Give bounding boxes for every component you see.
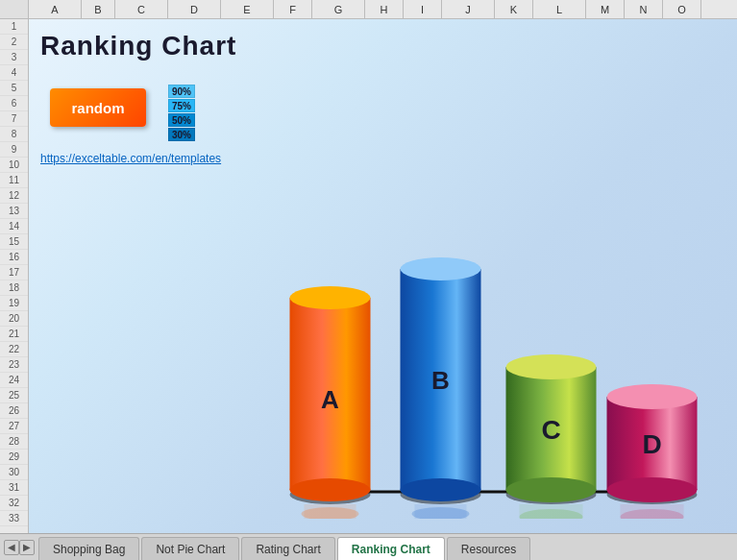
tab-resources[interactable]: Resources xyxy=(447,537,530,560)
col-I[interactable]: I xyxy=(404,0,442,18)
legend-label-30: 30% xyxy=(172,130,191,140)
col-K[interactable]: K xyxy=(495,0,533,18)
legend-item-75: 75% xyxy=(168,99,195,112)
row-10: 10 xyxy=(0,158,28,173)
col-B[interactable]: B xyxy=(82,0,115,18)
row-12: 12 xyxy=(0,188,28,204)
cylinder-chart: A B xyxy=(240,211,737,519)
tab-bar: ◀ ▶ Shopping Bag Not Pie Chart Rating Ch… xyxy=(0,533,737,560)
cyl-label-D: D xyxy=(642,429,661,459)
row-18: 18 xyxy=(0,280,28,296)
cyl-reflect-body-B xyxy=(415,504,467,519)
row-23: 23 xyxy=(0,357,28,373)
row-20: 20 xyxy=(0,311,28,327)
row-24: 24 xyxy=(0,373,28,388)
row-numbers: 1 2 3 4 5 6 7 8 9 10 11 12 13 14 15 16 1… xyxy=(0,19,29,533)
col-G[interactable]: G xyxy=(312,0,365,18)
row-25: 25 xyxy=(0,388,28,403)
random-button[interactable]: random xyxy=(50,88,146,127)
template-link[interactable]: https://exceltable.com/en/templates xyxy=(40,152,221,165)
col-D[interactable]: D xyxy=(168,0,221,18)
row-4: 4 xyxy=(0,65,28,81)
corner-cell xyxy=(0,0,29,18)
row-30: 30 xyxy=(0,465,28,480)
row-11: 11 xyxy=(0,173,28,188)
cyl-bottom-C xyxy=(506,477,597,502)
cyl-top-A xyxy=(290,286,371,309)
row-17: 17 xyxy=(0,265,28,280)
legend-color-90: 90% xyxy=(168,85,195,98)
row-22: 22 xyxy=(0,342,28,357)
row-6: 6 xyxy=(0,96,28,111)
row-13: 13 xyxy=(0,204,28,219)
cyl-top-C xyxy=(506,354,597,379)
tab-shopping-bag[interactable]: Shopping Bag xyxy=(38,537,139,560)
col-E[interactable]: E xyxy=(221,0,274,18)
cyl-label-C: C xyxy=(541,415,560,445)
legend: 90% 75% 50% 30% xyxy=(168,85,195,141)
cyl-reflect-body-C xyxy=(520,504,583,519)
tabs-container: Shopping Bag Not Pie Chart Rating Chart … xyxy=(35,534,534,560)
col-A[interactable]: A xyxy=(29,0,82,18)
col-H[interactable]: H xyxy=(365,0,404,18)
tab-ranking-chart[interactable]: Ranking Chart xyxy=(337,537,445,560)
row-26: 26 xyxy=(0,403,28,419)
row-28: 28 xyxy=(0,434,28,450)
cyl-bottom-B xyxy=(401,478,481,501)
tab-scroll-left[interactable]: ◀ xyxy=(4,540,19,555)
col-L[interactable]: L xyxy=(533,0,586,18)
cyl-bottom-A xyxy=(290,478,371,501)
cyl-bottom-D xyxy=(607,477,698,502)
row-27: 27 xyxy=(0,419,28,434)
row-21: 21 xyxy=(0,327,28,342)
legend-item-50: 50% xyxy=(168,113,195,127)
legend-label-50: 50% xyxy=(172,115,191,126)
col-O[interactable]: O xyxy=(663,0,701,18)
tab-scroll-right[interactable]: ▶ xyxy=(19,540,35,555)
col-C[interactable]: C xyxy=(115,0,168,18)
row-14: 14 xyxy=(0,219,28,234)
row-29: 29 xyxy=(0,450,28,465)
col-F[interactable]: F xyxy=(274,0,312,18)
row-19: 19 xyxy=(0,296,28,311)
chart-title: Ranking Chart xyxy=(40,31,236,61)
cyl-reflect-body-A xyxy=(305,504,356,519)
row-7: 7 xyxy=(0,111,28,127)
row-3: 3 xyxy=(0,50,28,65)
cyl-top-B xyxy=(401,257,481,280)
col-M[interactable]: M xyxy=(586,0,625,18)
column-header: A B C D E F G H I J K L M N O xyxy=(0,0,737,19)
legend-label-90: 90% xyxy=(172,86,191,97)
row-9: 9 xyxy=(0,142,28,158)
sheet-body: 1 2 3 4 5 6 7 8 9 10 11 12 13 14 15 16 1… xyxy=(0,19,737,533)
row-31: 31 xyxy=(0,480,28,496)
cyl-top-D xyxy=(607,384,698,409)
legend-color-30: 30% xyxy=(168,128,195,141)
chart-area: A B xyxy=(240,211,737,519)
legend-color-50: 50% xyxy=(168,113,195,127)
legend-item-30: 30% xyxy=(168,128,195,141)
row-32: 32 xyxy=(0,496,28,511)
cyl-label-B: B xyxy=(431,366,450,395)
row-1: 1 xyxy=(0,19,28,35)
row-15: 15 xyxy=(0,234,28,250)
row-2: 2 xyxy=(0,35,28,50)
row-16: 16 xyxy=(0,250,28,265)
row-5: 5 xyxy=(0,81,28,96)
row-8: 8 xyxy=(0,127,28,142)
tab-scroll-area: ◀ ▶ xyxy=(4,534,35,560)
sheet-content: Ranking Chart random 90% 75% 50% xyxy=(29,19,737,533)
title-area: Ranking Chart xyxy=(40,31,236,61)
legend-label-75: 75% xyxy=(172,101,191,111)
cyl-reflect-body-D xyxy=(621,504,684,519)
col-N[interactable]: N xyxy=(625,0,663,18)
tab-not-pie-chart[interactable]: Not Pie Chart xyxy=(141,537,239,560)
col-J[interactable]: J xyxy=(442,0,495,18)
tab-rating-chart[interactable]: Rating Chart xyxy=(241,537,334,560)
row-33: 33 xyxy=(0,511,28,526)
cyl-label-A: A xyxy=(321,385,339,414)
legend-item-90: 90% xyxy=(168,85,195,98)
legend-color-75: 75% xyxy=(168,99,195,112)
